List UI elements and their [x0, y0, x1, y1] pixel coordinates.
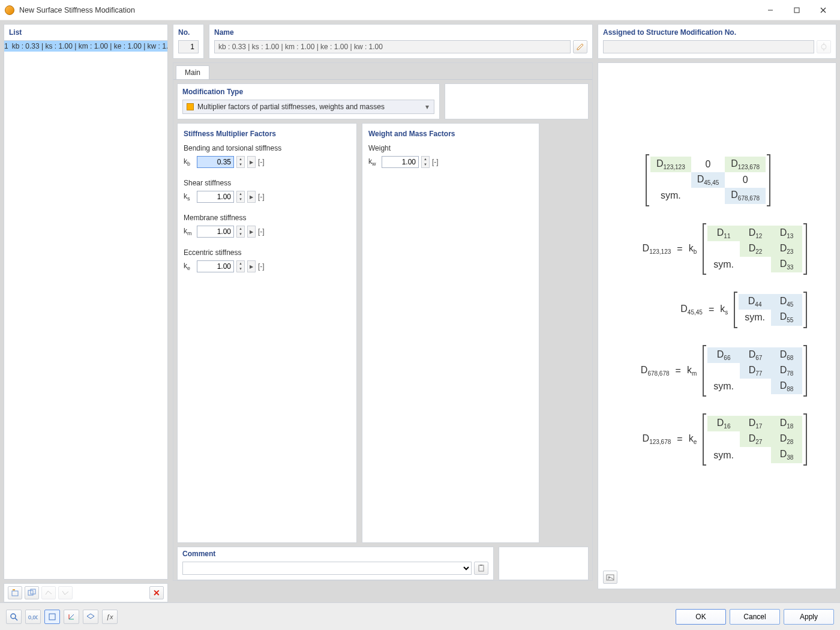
svg-rect-12	[480, 565, 482, 566]
weight-label: Weight	[368, 144, 533, 152]
help-button[interactable]	[6, 610, 22, 624]
comment-panel: Comment	[177, 547, 494, 580]
name-label: Name	[209, 25, 592, 40]
assigned-pick-button	[817, 40, 831, 53]
ks-symbol: ks	[184, 192, 194, 202]
bending-label: Bending and torsional stiffness	[184, 144, 350, 152]
image-icon	[606, 573, 614, 581]
export-image-button[interactable]	[603, 571, 617, 584]
ke-input[interactable]	[197, 260, 234, 272]
modtype-label: Modification Type	[178, 84, 439, 100]
no-label: No.	[173, 25, 203, 40]
kw-input[interactable]	[382, 156, 419, 168]
svg-marker-22	[87, 614, 94, 619]
main-area: List 1 kb : 0.33 | ks : 1.00 | km : 1.00…	[0, 20, 840, 602]
ke-more-button[interactable]: ▶	[247, 260, 256, 272]
list-item[interactable]: 1 kb : 0.33 | ks : 1.00 | km : 1.00 | ke…	[4, 41, 167, 52]
ks-spinner[interactable]: ▲▼	[236, 191, 245, 203]
modification-type-panel: Modification Type Multiplier factors of …	[177, 83, 440, 119]
copy-item-button[interactable]	[25, 586, 39, 599]
list-item-text: kb : 0.33 | ks : 1.00 | km : 1.00 | ke :…	[11, 42, 167, 50]
edit-name-button[interactable]	[573, 40, 587, 53]
svg-point-15	[11, 614, 16, 619]
comment-side-panel	[499, 547, 589, 580]
kb-symbol: kb	[184, 157, 194, 167]
view-4-button[interactable]: ƒx	[102, 610, 118, 624]
cancel-button[interactable]: Cancel	[730, 609, 780, 625]
stiffness-title: Stiffness Multiplier Factors	[184, 130, 350, 138]
delete-icon: ✕	[153, 588, 160, 598]
left-column: List 1 kb : 0.33 | ks : 1.00 | km : 1.00…	[4, 24, 168, 602]
minimize-button[interactable]	[757, 2, 784, 19]
list-body[interactable]: 1 kb : 0.33 | ks : 1.00 | km : 1.00 | ke…	[4, 41, 167, 579]
km-symbol: km	[184, 227, 194, 236]
modification-type-select[interactable]: Multiplier factors of partial stiffnesse…	[182, 100, 434, 114]
ok-button[interactable]: OK	[676, 609, 726, 625]
formula-icon: ƒx	[106, 613, 114, 621]
apply-button[interactable]: Apply	[784, 609, 834, 625]
units-button[interactable]: 0,00	[25, 610, 41, 624]
axes-icon	[67, 613, 76, 621]
assigned-panel: Assigned to Structure Modification No.	[598, 24, 836, 59]
svg-text:ƒx: ƒx	[106, 613, 113, 620]
no-input[interactable]	[178, 40, 199, 53]
kb-input[interactable]	[197, 156, 234, 168]
new-item-button[interactable]	[8, 586, 22, 599]
toolbar-btn-4	[58, 586, 73, 599]
pencil-icon	[576, 43, 584, 51]
list-header: List	[4, 25, 167, 41]
svg-rect-4	[12, 591, 18, 596]
toolbar-btn-3	[41, 586, 56, 599]
comment-library-button[interactable]	[474, 562, 488, 575]
bottom-bar: 0,00 ƒx OK Cancel Apply	[0, 602, 840, 630]
view-3-button[interactable]	[83, 610, 98, 624]
comment-select[interactable]	[182, 562, 472, 575]
view-2-button[interactable]	[64, 610, 79, 624]
svg-rect-11	[479, 565, 484, 571]
kw-spinner[interactable]: ▲▼	[421, 156, 430, 168]
no-panel: No.	[173, 24, 204, 59]
shear-label: Shear stiffness	[184, 179, 350, 187]
kb-unit: [-]	[258, 158, 265, 166]
ke-spinner[interactable]: ▲▼	[236, 260, 245, 272]
maximize-button[interactable]	[784, 2, 810, 19]
modtype-value: Multiplier factors of partial stiffnesse…	[197, 103, 385, 111]
list-panel: List 1 kb : 0.33 | ks : 1.00 | km : 1.00…	[4, 24, 168, 580]
ks-more-button[interactable]: ▶	[247, 191, 256, 203]
kw-symbol: kw	[368, 157, 379, 167]
assigned-input[interactable]	[603, 40, 814, 53]
km-input[interactable]	[197, 226, 234, 238]
header-fields: No. Name Assigned to Structure Modificat…	[173, 24, 836, 59]
view-1-button[interactable]	[44, 610, 60, 624]
name-panel: Name	[209, 24, 593, 59]
mass-factors-panel: Weight and Mass Factors Weight kw ▲▼ [-]	[362, 123, 539, 543]
svg-point-8	[821, 44, 826, 49]
ke-unit: [-]	[258, 262, 265, 271]
tabs-panel: Main Modification Type Multiplier factor…	[173, 62, 593, 581]
svg-rect-18	[49, 614, 55, 620]
km-spinner[interactable]: ▲▼	[236, 226, 245, 238]
kb-spinner[interactable]: ▲▼	[236, 156, 245, 168]
ks-unit: [-]	[258, 193, 265, 201]
close-button[interactable]	[810, 2, 836, 19]
modtype-color-swatch	[187, 103, 194, 110]
ks-input[interactable]	[197, 191, 234, 203]
mass-title: Weight and Mass Factors	[368, 130, 533, 138]
name-input[interactable]	[214, 40, 571, 53]
window-title: New Surface Stiffness Modification	[19, 6, 757, 14]
svg-line-19	[69, 614, 74, 619]
matrix-preview-panel: D123,1230D123,678 D45,450 sym.D678,678 D…	[598, 62, 836, 589]
km-more-button[interactable]: ▶	[247, 226, 256, 238]
center-column: No. Name Assigned to Structure Modificat…	[173, 24, 836, 602]
kw-unit: [-]	[432, 158, 439, 166]
tab-main[interactable]: Main	[176, 65, 209, 79]
modtype-side-panel	[445, 83, 589, 119]
kb-more-button[interactable]: ▶	[247, 156, 256, 168]
magnifier-icon	[10, 613, 18, 621]
delete-item-button[interactable]: ✕	[149, 586, 164, 599]
app-icon	[5, 5, 14, 15]
title-bar: New Surface Stiffness Modification	[0, 0, 840, 20]
eccentric-label: Eccentric stiffness	[184, 248, 350, 257]
units-icon: 0,00	[28, 613, 38, 621]
svg-line-16	[15, 618, 17, 620]
